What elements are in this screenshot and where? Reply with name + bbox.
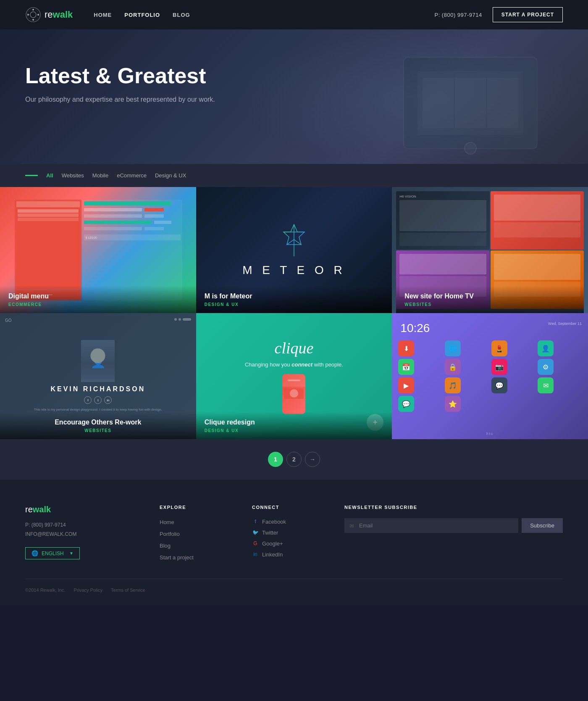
app-icon-extra: ⭐ [445,396,461,412]
filter-mobile[interactable]: Mobile [92,171,108,179]
portfolio-item-overlay: Clique redesign DESIGN & UX [196,412,392,439]
footer-link-blog[interactable]: Blog [160,543,171,549]
footer-copyright: ©2014 Rewalk, Inc. [25,588,66,593]
site-footer: rewalk P: (800) 997-9714 INFO@REWALK.COM… [0,480,588,605]
filter-accent-bar [25,175,38,176]
nav-portfolio[interactable]: PORTFOLIO [124,12,160,18]
footer-explore-col: EXPLORE Home Portfolio Blog Start a proj… [160,505,235,562]
filter-all[interactable]: All [46,171,53,179]
clique-phone-mockup [282,374,305,414]
footer-newsletter-col: NEWSLETTER SUBSCRIBE ✉ Subscribe [344,505,563,562]
footer-privacy-link[interactable]: Privacy Policy [74,588,102,593]
filter-websites[interactable]: Websites [62,171,84,179]
language-selector[interactable]: 🌐 ENGLISH ▼ [25,547,80,559]
app-icon-locker: 🔒 [445,359,461,375]
logo[interactable]: rewalk [25,7,73,23]
newsletter-email-input[interactable] [344,518,518,533]
page-2-button[interactable]: 2 [286,452,302,467]
subscribe-button[interactable]: Subscribe [522,518,563,533]
meteor-logo-text: M E T E O R [242,264,346,277]
phone-date: Wed, September 11 [548,322,582,326]
filter-ecommerce[interactable]: eCommerce [117,171,147,179]
kevin-bio: This site is my personal design playgrou… [26,407,171,412]
header-right: P: (800) 997-9714 START A PROJECT [434,7,563,22]
portfolio-item-category: WEBSITES [404,302,575,307]
app-icon-chat: 💬 [491,377,507,393]
app-icon-contact: 👤 [538,340,554,356]
logo-icon [25,7,41,23]
portfolio-item-title: Digital menu [8,292,188,301]
footer-brand-col: rewalk P: (800) 997-9714 INFO@REWALK.COM… [25,505,143,562]
portfolio-item-overlay: Encourage Others Re-work WEBSITES [0,412,196,439]
svg-point-4 [37,14,39,16]
site-header: rewalk HOME PORTFOLIO BLOG P: (800) 997-… [0,0,588,29]
social-link-google[interactable]: G Google+ [252,540,328,547]
footer-link-home[interactable]: Home [160,519,174,525]
hero-section: Latest & Greatest Our philosophy and exp… [0,29,588,164]
filter-design-ux[interactable]: Design & UX [155,171,186,179]
pagination: 1 2 → [0,439,588,480]
nav-blog[interactable]: BLOG [173,12,190,18]
app-icon-email: ✉ [538,377,554,393]
footer-link-start-project[interactable]: Start a project [160,554,194,561]
footer-contact-info: P: (800) 997-9714 INFO@REWALK.COM [25,521,143,539]
filter-tabs: All Websites Mobile eCommerce Design & U… [46,171,186,179]
phone-brand: htc [486,432,494,436]
app-icon-settings: ⚙ [538,359,554,375]
footer-logo: rewalk [25,505,143,514]
portfolio-item-title: Encourage Others Re-work [8,418,188,427]
hero-title: Latest & Greatest [25,63,277,88]
app-icon-beauty: 💄 [491,340,507,356]
portfolio-item-meteor[interactable]: M E T E O R M is for Meteor DESIGN & UX [196,187,392,313]
newsletter-form: ✉ Subscribe [344,518,563,533]
footer-explore-links: Home Portfolio Blog Start a project [160,518,235,561]
svg-point-5 [32,19,34,21]
digital-menu-mockup: $ 123,00 [15,200,181,300]
filter-section: All Websites Mobile eCommerce Design & U… [0,164,588,187]
social-link-twitter[interactable]: 🐦 Twitter [252,529,328,536]
footer-terms-link[interactable]: Terms of Service [111,588,145,593]
app-icon-calendar: 📅 [398,359,414,375]
footer-connect-title: CONNECT [252,505,328,510]
page-next-button[interactable]: → [305,452,320,467]
portfolio-item-overlay: M is for Meteor DESIGN & UX [196,286,392,313]
hero-subtitle: Our philosophy and expertise are best re… [25,96,256,103]
svg-point-2 [30,12,36,18]
portfolio-item-digital-menu[interactable]: $ 123,00 Digital menu ECOMMERCE [0,187,196,313]
footer-connect-links: f Facebook 🐦 Twitter G Google+ in Linked… [252,518,328,558]
portfolio-item-title: New site for Home TV [404,292,575,301]
meteor-logo-icon [281,224,307,257]
nav-home[interactable]: HOME [94,12,112,18]
portfolio-item-home-tv[interactable]: H6 VISION New site for Home TV WEBSITES [392,187,588,313]
hero-device-illustration [386,42,554,164]
social-link-facebook[interactable]: f Facebook [252,518,328,525]
linkedin-icon: in [252,551,259,558]
portfolio-item-overlay: Digital menu ECOMMERCE [0,286,196,313]
page-1-button[interactable]: 1 [268,452,283,467]
footer-bottom: ©2014 Rewalk, Inc. Privacy Policy Terms … [25,579,563,593]
app-icon-browser: 🌐 [445,340,461,356]
portfolio-item-title: M is for Meteor [205,292,384,301]
portfolio-item-clique[interactable]: clique Changing how you connect with peo… [196,313,392,439]
app-icon-music: 🎵 [445,377,461,393]
portfolio-grid: $ 123,00 Digital menu ECOMMERCE M E T E [0,187,588,439]
facebook-icon: f [252,518,259,525]
clique-logo-text: clique [275,339,314,357]
header-phone: P: (800) 997-9714 [434,12,482,18]
portfolio-item-category: ECOMMERCE [8,302,188,307]
twitter-icon: 🐦 [252,529,259,536]
kevin-go-logo: GO [5,318,12,323]
kevin-dots [174,318,191,321]
app-icon-videos: ▶ [398,377,414,393]
google-icon: G [252,540,259,547]
portfolio-item-overlay: New site for Home TV WEBSITES [396,286,584,313]
portfolio-item-kevin[interactable]: GO KEVIN RICHARDSON f t in This site is … [0,313,196,439]
footer-link-portfolio[interactable]: Portfolio [160,531,180,537]
main-nav: HOME PORTFOLIO BLOG [94,12,434,18]
start-project-button[interactable]: START A PROJECT [493,7,563,22]
svg-point-1 [28,9,39,20]
portfolio-item-category: DESIGN & UX [205,302,384,307]
social-link-linkedin[interactable]: in LinkedIn [252,551,328,558]
portfolio-item-phone[interactable]: 10:26 Wed, September 11 ⬇ 🌐 💄 👤 📅 🔒 📷 ⚙ … [392,313,588,439]
footer-explore-title: EXPLORE [160,505,235,510]
